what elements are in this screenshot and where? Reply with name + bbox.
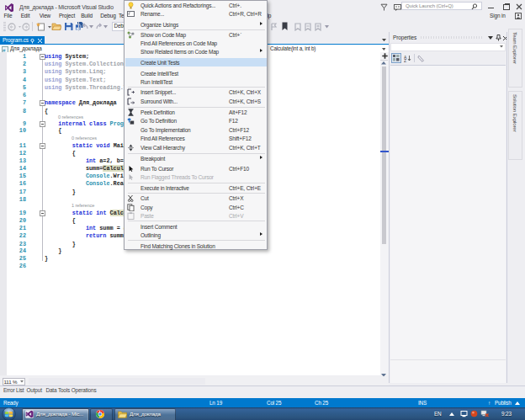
svg-text:Z: Z: [404, 58, 406, 62]
